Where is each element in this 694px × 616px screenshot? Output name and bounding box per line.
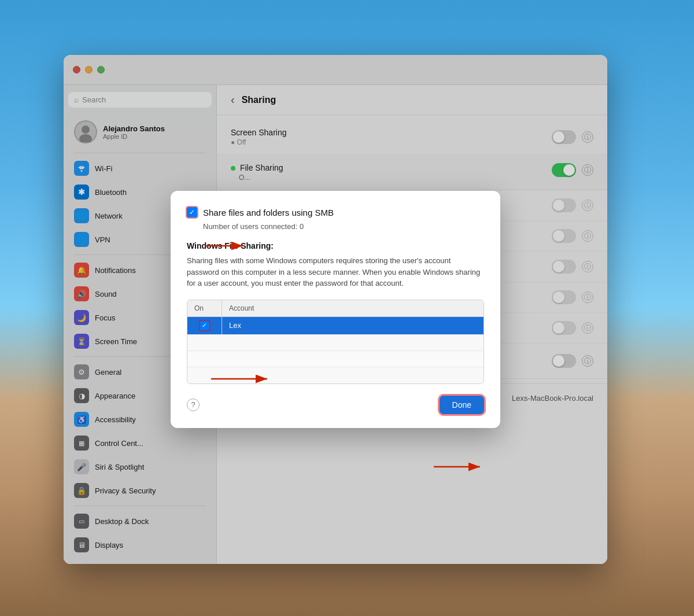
lex-checkbox[interactable]: ✓ <box>200 321 209 330</box>
user-table: On Account ✓ Lex <box>187 300 484 384</box>
smb-checkbox[interactable]: ✓ <box>187 207 197 217</box>
system-preferences-window: ⌕ Search Alejandro Santos Apple ID <box>64 55 607 564</box>
user-table-row-empty-1 <box>187 335 483 351</box>
done-label: Done <box>452 400 471 410</box>
col-account: Account <box>222 300 483 316</box>
modal-overlay: ✓ Share files and folders using SMB Numb… <box>64 55 607 564</box>
user-table-row-empty-2 <box>187 351 483 367</box>
user-table-row-empty-3 <box>187 367 483 383</box>
col-on: On <box>187 300 222 316</box>
done-button[interactable]: Done <box>440 396 484 414</box>
smb-modal: ✓ Share files and folders using SMB Numb… <box>171 191 500 428</box>
smb-checkbox-row: ✓ Share files and folders using SMB <box>187 207 484 217</box>
lex-checkbox-cell: ✓ <box>187 317 222 334</box>
help-label: ? <box>191 400 195 409</box>
user-table-row-lex[interactable]: ✓ Lex <box>187 317 483 335</box>
lex-account-name: Lex <box>229 321 241 330</box>
windows-sharing-desc: Sharing files with some Windows computer… <box>187 255 484 289</box>
lex-checkmark: ✓ <box>202 322 207 329</box>
connected-count: Number of users connected: 0 <box>187 222 484 231</box>
smb-checkmark: ✓ <box>189 208 195 216</box>
smb-label: Share files and folders using SMB <box>203 208 334 217</box>
help-button[interactable]: ? <box>187 399 200 411</box>
user-table-header: On Account <box>187 300 483 317</box>
lex-account-cell: Lex <box>222 317 483 334</box>
windows-sharing-title: Windows File Sharing: <box>187 241 484 250</box>
modal-footer: ? Done <box>187 396 484 414</box>
